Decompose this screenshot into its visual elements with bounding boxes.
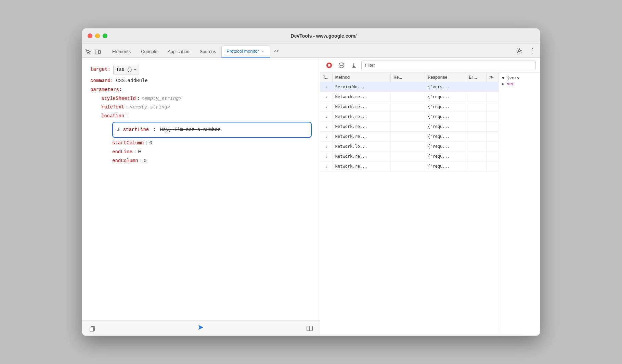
start-column-row: startColumn : 0 [112, 139, 312, 147]
command-value: CSS.addRule [116, 77, 147, 85]
protocol-table: T... Method Re... Response E↑... ≫ ↓ Ser… [320, 73, 499, 336]
location-row: location : [101, 112, 312, 120]
save-icon[interactable] [349, 61, 359, 70]
row-response: {"vers... [425, 82, 466, 92]
main-area: target: Tab () ▾ command: CSS.addRule pa… [82, 58, 540, 336]
settings-icon[interactable] [515, 46, 524, 55]
svg-line-0 [89, 52, 90, 54]
toggle-panel-icon[interactable] [305, 324, 314, 333]
inspect-element-icon[interactable] [85, 49, 92, 55]
devtools-window: DevTools - www.google.com/ Elements [82, 28, 540, 336]
tab-bar: Elements Console Application Sources Pro… [82, 43, 540, 58]
end-line-key: endLine [112, 148, 132, 156]
tab-bar-actions: ⋮ [515, 46, 537, 57]
location-key: location [101, 112, 124, 120]
right-main: T... Method Re... Response E↑... ≫ ↓ Ser… [320, 73, 540, 336]
title-bar: DevTools - www.google.com/ [82, 28, 540, 43]
left-toolbar [82, 321, 320, 336]
start-column-key: startColumn [112, 139, 144, 147]
table-row[interactable]: ↓ Network.re... {"requ... [320, 102, 499, 112]
dropdown-arrow-icon: ▾ [134, 66, 137, 74]
filter-input[interactable] [361, 61, 536, 70]
stop-recording-icon[interactable] [324, 61, 334, 70]
style-sheet-id-row: styleSheetId : <empty_string> [101, 95, 312, 103]
table-row[interactable]: ↓ Network.lo... {"requ... [320, 142, 499, 152]
device-toggle-icon[interactable] [94, 49, 101, 55]
traffic-lights [88, 34, 107, 38]
col-extra: E↑... [466, 73, 487, 82]
window-title: DevTools - www.google.com/ [113, 33, 534, 39]
target-select[interactable]: Tab () ▾ [113, 65, 140, 75]
command-row: command: CSS.addRule [90, 77, 312, 85]
end-column-row: endColumn : 0 [112, 157, 312, 165]
end-column-key: endColumn [112, 157, 138, 165]
left-content: target: Tab () ▾ command: CSS.addRule pa… [82, 58, 320, 321]
table-header: T... Method Re... Response E↑... ≫ [320, 73, 499, 82]
close-button[interactable] [88, 34, 92, 38]
right-toolbar [320, 58, 540, 73]
tab-close-icon[interactable]: × [260, 49, 265, 54]
row-extra [466, 82, 487, 92]
svg-rect-6 [90, 327, 93, 332]
table-row[interactable]: ↓ Network.re... {"requ... [320, 92, 499, 102]
left-panel: target: Tab () ▾ command: CSS.addRule pa… [82, 58, 320, 336]
target-row: target: Tab () ▾ [90, 65, 312, 75]
svg-marker-7 [198, 325, 203, 330]
right-detail-panel: ▼ {vers ▶ ver [499, 73, 540, 336]
svg-rect-1 [95, 50, 99, 54]
table-row[interactable]: ↓ Network.re... {"requ... [320, 152, 499, 161]
detail-key-ver: ver [507, 81, 514, 86]
command-key-label: command: [90, 77, 113, 85]
end-column-value: 0 [144, 157, 146, 165]
table-row[interactable]: ↓ Network.re... {"requ... [320, 122, 499, 132]
detail-line-1: ▼ {vers [502, 76, 537, 80]
parameters-row: parameters: [90, 86, 312, 94]
table-row[interactable]: ↓ Network.re... {"requ... [320, 132, 499, 142]
parameters-key-label: parameters: [90, 86, 122, 94]
warning-triangle-icon: ⚠️ [117, 125, 120, 134]
col-method: Method [333, 73, 391, 82]
svg-point-4 [518, 50, 520, 52]
row-request [391, 82, 425, 92]
start-line-key: startLine [123, 126, 149, 134]
tab-sources[interactable]: Sources [195, 45, 221, 57]
col-more[interactable]: ≫ [487, 73, 499, 82]
rule-text-key: ruleText [101, 103, 124, 112]
start-column-value: 0 [150, 139, 152, 147]
row-method: ServiceWo... [333, 82, 391, 92]
tab-more-icon[interactable]: >> [271, 46, 282, 55]
start-line-warning-row: ⚠️ startLine : Hey, I'm not a number [112, 122, 312, 138]
tab-protocol-monitor[interactable]: Protocol monitor × [221, 45, 270, 57]
devtools-icons [85, 49, 101, 57]
end-line-value: 0 [138, 148, 141, 156]
row-empty [487, 82, 499, 92]
start-line-value: Hey, I'm not a number [160, 126, 220, 134]
copy-icon[interactable] [88, 324, 97, 333]
col-type: T... [320, 73, 333, 82]
detail-line-2: ▶ ver [502, 81, 537, 86]
svg-rect-2 [99, 51, 101, 53]
maximize-button[interactable] [103, 34, 107, 38]
tab-application[interactable]: Application [163, 45, 194, 57]
table-row[interactable]: ↓ Network.re... {"requ... [320, 161, 499, 171]
end-line-row: endLine : 0 [112, 148, 312, 156]
table-body: ↓ ServiceWo... {"vers... ↓ Network.re...… [320, 82, 499, 336]
table-row[interactable]: ↓ Network.re... {"requ... [320, 112, 499, 122]
send-command-icon[interactable] [197, 324, 205, 333]
col-request: Re... [391, 73, 425, 82]
row-arrow: ↓ [320, 82, 333, 92]
clear-icon[interactable] [337, 61, 346, 70]
svg-rect-11 [328, 64, 330, 66]
minimize-button[interactable] [95, 34, 100, 38]
style-sheet-id-key: styleSheetId [101, 95, 136, 103]
detail-arrow-icon: ▶ [502, 81, 507, 86]
tab-elements[interactable]: Elements [107, 45, 135, 57]
tab-console[interactable]: Console [136, 45, 162, 57]
style-sheet-id-value: <empty_string> [141, 95, 182, 103]
rule-text-row: ruleText : <empty_string> [101, 103, 312, 112]
menu-icon[interactable]: ⋮ [528, 46, 537, 55]
rule-text-value: <empty_string> [130, 103, 170, 112]
table-row[interactable]: ↓ ServiceWo... {"vers... [320, 82, 499, 92]
right-panel: T... Method Re... Response E↑... ≫ ↓ Ser… [320, 58, 540, 336]
col-response: Response [425, 73, 466, 82]
